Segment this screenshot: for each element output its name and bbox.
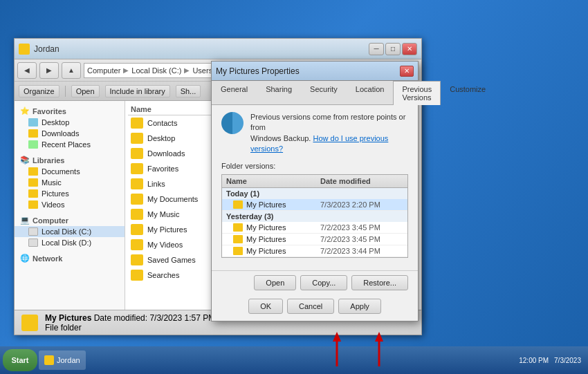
crumb-localdisk-c[interactable]: Local Disk (C:) [131,66,181,75]
sidebar-desktop-label: Desktop [42,118,69,127]
status-modified-date: 7/3/2023 1:57 PM [149,313,215,323]
share-button[interactable]: Sh... [176,85,201,97]
minimize-button[interactable]: ─ [369,43,384,55]
desktop-icon [28,118,38,127]
tab-location[interactable]: Location [347,81,394,104]
dialog-tabs: General Sharing Security Location Previo… [212,81,418,105]
version-name: My Pictures [246,235,320,243]
folder-versions-label: Folder versions: [221,162,408,170]
folder-version-icon [233,247,243,255]
sidebar-item-recent-places[interactable]: Recent Places [15,139,125,150]
tab-customize[interactable]: Customize [441,81,495,104]
sidebar-item-downloads[interactable]: Downloads [15,128,125,139]
forward-button[interactable]: ▶ [39,62,59,79]
file-name: Downloads [147,149,185,158]
taskbar-explorer-icon [44,355,54,365]
file-name: Contacts [147,119,177,127]
tab-general[interactable]: General [212,81,257,104]
network-header: 🌐 Network [15,252,125,264]
restore-version-button[interactable]: Restore... [351,275,408,290]
version-name: My Pictures [246,200,320,209]
open-button[interactable]: Open [71,85,100,97]
apply-button[interactable]: Apply [338,299,381,314]
table-row[interactable]: My Pictures 7/2/2023 3:45 PM [222,234,407,245]
system-tray: 12:00 PM 7/3/2023 [515,357,585,364]
tab-sharing[interactable]: Sharing [257,81,301,104]
folder-icon [131,118,143,129]
status-type: File folder [45,323,82,333]
tab-security[interactable]: Security [301,81,347,104]
open-version-button[interactable]: Open [254,275,296,290]
version-date: 7/2/2023 3:45 PM [320,223,403,232]
file-name: Desktop [147,134,175,142]
tab-previous-versions[interactable]: Previous Versions [393,81,441,105]
sidebar-item-pictures[interactable]: Pictures [15,188,125,199]
organize-button[interactable]: Organize [19,85,59,97]
prev-versions-info: Previous versions come from restore poin… [250,112,408,155]
copy-version-button[interactable]: Copy... [300,275,347,290]
up-button[interactable]: ▲ [62,62,81,79]
music-icon [28,178,38,187]
version-date: 7/2/2023 3:45 PM [320,235,403,243]
sidebar-item-local-disk-c[interactable]: Local Disk (C:) [15,226,125,237]
maximize-button[interactable]: □ [385,43,401,55]
sidebar-item-documents[interactable]: Documents [15,166,125,177]
window-controls: ─ □ ✕ [369,43,417,55]
version-name: My Pictures [246,223,320,232]
file-name: Favorites [147,165,178,173]
sidebar-item-local-disk-d[interactable]: Local Disk (D:) [15,237,125,248]
file-name: Saved Games [147,256,196,264]
versions-table: Name Date modified Today (1) My Pictures… [221,174,408,258]
star-icon: ⭐ [20,106,30,115]
close-button[interactable]: ✕ [402,43,417,55]
start-button[interactable]: Start [3,349,37,371]
taskbar-item-explorer[interactable]: Jordan [39,350,86,370]
table-row[interactable]: My Pictures 7/2/2023 3:45 PM [222,222,407,234]
dialog-footer: OK Cancel Apply [212,294,418,321]
sidebar-item-music[interactable]: Music [15,177,125,188]
sidebar-recent-label: Recent Places [42,140,91,149]
libraries-section: 📚 Libraries Documents Music Pictures [15,154,125,210]
versions-table-header: Name Date modified [222,175,407,188]
downloads-icon [28,129,38,138]
libraries-label: Libraries [33,156,64,165]
pv-description-line1: Previous versions come from restore poin… [250,113,405,131]
taskbar: Start Jordan 12:00 PM 7/3/2023 [0,346,588,374]
system-clock: 12:00 PM [519,357,549,364]
network-icon: 🌐 [20,254,30,263]
sidebar-item-videos[interactable]: Videos [15,199,125,210]
file-name: Links [147,180,165,188]
folder-icon [131,254,143,265]
version-group-today: Today (1) [222,188,407,199]
ok-button[interactable]: OK [248,299,283,314]
version-date: 7/2/2023 3:44 PM [320,247,403,255]
table-row[interactable]: My Pictures 7/3/2023 2:20 PM [222,199,407,211]
crumb-users[interactable]: Users [192,66,212,75]
favorites-section: ⭐ Favorites Desktop Downloads Recent Pla… [15,105,125,150]
sidebar-item-desktop[interactable]: Desktop [15,117,125,128]
videos-icon [28,200,38,209]
file-name: My Music [147,210,179,218]
back-button[interactable]: ◀ [17,62,37,79]
previous-versions-icon [221,112,244,134]
dialog-close-button[interactable]: ✕ [400,66,414,77]
sidebar-music-label: Music [42,178,62,187]
crumb-computer[interactable]: Computer [87,66,120,75]
versions-date-header: Date modified [320,177,403,185]
system-date: 7/3/2023 [554,357,581,364]
status-info: My Pictures Date modified: 7/3/2023 1:57… [45,313,215,333]
explorer-title-icon [19,44,30,55]
file-name: My Pictures [147,225,187,234]
disk-c-icon [28,227,38,236]
table-row[interactable]: My Pictures 7/2/2023 3:44 PM [222,245,407,257]
include-in-library-button[interactable]: Include in library [105,85,170,97]
computer-section: 💻 Computer Local Disk (C:) Local Disk (D… [15,214,125,248]
cancel-button[interactable]: Cancel [287,299,334,314]
computer-header: 💻 Computer [15,214,125,226]
file-name: Searches [147,271,179,279]
folder-icon [131,270,143,281]
explorer-sidebar: ⭐ Favorites Desktop Downloads Recent Pla… [15,101,125,310]
version-name: My Pictures [246,247,320,255]
name-column-header[interactable]: Name [131,105,151,113]
taskbar-item-label: Jordan [57,356,80,364]
